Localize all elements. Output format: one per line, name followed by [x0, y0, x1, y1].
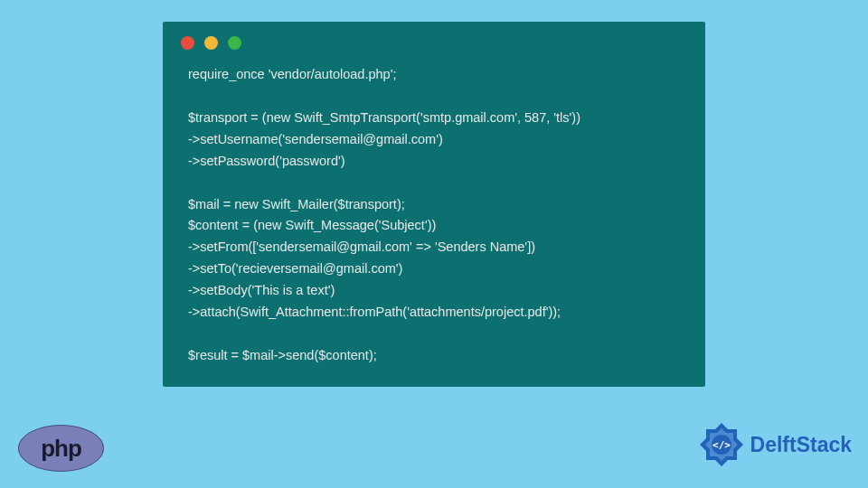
delftstack-text: DelftStack: [750, 433, 852, 457]
window-controls: [163, 22, 705, 59]
code-line: ->attach(Swift_Attachment::fromPath('att…: [188, 302, 680, 324]
code-line: $transport = (new Swift_SmtpTransport('s…: [188, 108, 680, 129]
code-line: ->setUsername('sendersemail@gmail.com'): [188, 129, 680, 151]
delftstack-logo: </> DelftStack: [696, 419, 852, 470]
code-line: ->setFrom(['sendersemail@gmail.com' => '…: [188, 237, 680, 258]
code-line: [188, 324, 680, 345]
code-line: require_once 'vendor/autoload.php';: [188, 64, 680, 86]
delftstack-icon: </>: [696, 419, 747, 470]
code-line: ->setPassword('password'): [188, 151, 680, 173]
php-logo: php: [18, 425, 104, 472]
code-line: [188, 173, 680, 194]
php-logo-text: php: [41, 435, 81, 463]
code-line: ->setTo('recieversemail@gmail.com'): [188, 258, 680, 280]
code-line: [188, 86, 680, 108]
minimize-icon: [204, 36, 218, 50]
code-line: $result = $mail->send($content);: [188, 345, 680, 367]
code-line: ->setBody('This is a text'): [188, 280, 680, 302]
code-window: require_once 'vendor/autoload.php'; $tra…: [163, 22, 705, 387]
code-line: $mail = new Swift_Mailer($transport);: [188, 194, 680, 216]
svg-text:</>: </>: [712, 439, 731, 451]
code-line: $content = (new Swift_Message('Subject')…: [188, 215, 680, 237]
close-icon: [181, 36, 194, 50]
maximize-icon: [228, 36, 241, 50]
code-content: require_once 'vendor/autoload.php'; $tra…: [163, 59, 705, 371]
